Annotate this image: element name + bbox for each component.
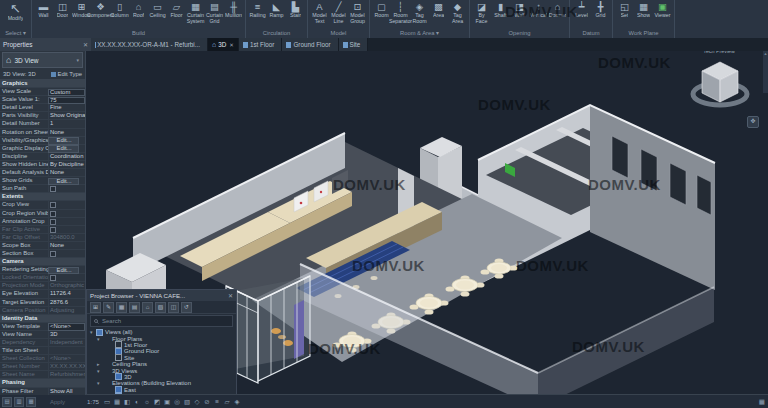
- property-row[interactable]: Graphics: [0, 80, 85, 88]
- room-separator-button[interactable]: ┆ Room Separator: [391, 1, 410, 24]
- property-row[interactable]: Title on Sheet: [0, 347, 85, 355]
- property-value[interactable]: <None>: [48, 355, 85, 362]
- model-line-button[interactable]: ╱ Model Line: [329, 1, 348, 24]
- view-tab[interactable]: ⌂ 3D ✕: [208, 38, 239, 51]
- property-row[interactable]: Sheet Name Refurbishment: [0, 371, 85, 379]
- property-value[interactable]: 11726.4: [48, 290, 85, 297]
- view-control-icon[interactable]: ◎: [173, 398, 181, 406]
- view-control-icon[interactable]: ◩: [153, 398, 161, 406]
- property-row[interactable]: Show Grids Edit...: [0, 177, 85, 185]
- property-row[interactable]: Projection Mode Orthographic: [0, 282, 85, 290]
- tree-expand-icon[interactable]: ▾: [97, 368, 103, 374]
- view-control-icon[interactable]: ◇: [193, 398, 201, 406]
- close-icon[interactable]: ✕: [229, 42, 234, 48]
- property-value[interactable]: 75: [48, 97, 85, 105]
- railing-button[interactable]: ≡ Railing: [248, 1, 267, 19]
- view-control-icon[interactable]: ▣: [163, 398, 171, 406]
- model-text-button[interactable]: A Model Text: [310, 1, 329, 24]
- palette-toggle-icon[interactable]: ▥: [14, 397, 24, 407]
- palette-toggle-icon[interactable]: ▦: [26, 397, 36, 407]
- property-row[interactable]: Camera: [0, 258, 85, 266]
- property-row[interactable]: Identity Data: [0, 315, 85, 323]
- level-button[interactable]: ┷ Level: [572, 1, 591, 19]
- property-row[interactable]: Visibility/Graphics O... Edit...: [0, 137, 85, 145]
- view-tab[interactable]: Ground Floor: [282, 38, 338, 51]
- property-value[interactable]: Edit...: [48, 137, 79, 145]
- navigation-bar-icon[interactable]: ✥: [747, 116, 759, 128]
- view-control-icon[interactable]: ≡: [213, 398, 221, 406]
- shaft-button[interactable]: ▮ Shaft: [491, 1, 510, 19]
- show-work-plane-button[interactable]: ▦ Show: [634, 1, 653, 19]
- mullion-button[interactable]: ╫ Mullion: [224, 1, 243, 19]
- property-value[interactable]: [48, 201, 85, 208]
- ramp-button[interactable]: ◣ Ramp: [267, 1, 286, 19]
- close-icon[interactable]: ✕: [83, 41, 88, 48]
- panel-label-room-area[interactable]: Room & Area ▾: [372, 29, 467, 38]
- property-row[interactable]: Far Clip Offset 304800.0: [0, 234, 85, 242]
- property-value[interactable]: [48, 185, 85, 192]
- property-row[interactable]: View Scale Custom: [0, 88, 85, 96]
- property-row[interactable]: Extents: [0, 193, 85, 201]
- property-value[interactable]: <None>: [48, 323, 85, 331]
- property-value[interactable]: [48, 347, 85, 354]
- browser-tool-icon[interactable]: ✎: [103, 302, 114, 313]
- property-row[interactable]: Rendering Settings Edit...: [0, 266, 85, 274]
- property-value[interactable]: Custom: [48, 89, 85, 97]
- property-row[interactable]: Show Hidden Lines By Discipline: [0, 161, 85, 169]
- panel-label-select[interactable]: Select ▾: [2, 29, 29, 38]
- property-row[interactable]: Sun Path: [0, 185, 85, 193]
- property-row[interactable]: Annotation Crop: [0, 218, 85, 226]
- chevron-down-icon[interactable]: ▾: [76, 57, 79, 63]
- property-value[interactable]: [48, 226, 85, 233]
- viewport-scrollbar[interactable]: ▲: [763, 51, 768, 93]
- property-row[interactable]: Rotation on Sheet None: [0, 129, 85, 137]
- property-value[interactable]: Show Original: [48, 112, 85, 119]
- palette-toggle-icon[interactable]: ▤: [2, 397, 12, 407]
- property-value[interactable]: None: [48, 169, 85, 176]
- edit-type-button[interactable]: Edit Type: [51, 71, 82, 77]
- area-button[interactable]: ▩ Area: [429, 1, 448, 19]
- property-row[interactable]: View Name 3D: [0, 331, 85, 339]
- browser-tool-icon[interactable]: ▤: [129, 302, 140, 313]
- view-cube[interactable]: [688, 56, 752, 120]
- column-button[interactable]: ▯ Column: [110, 1, 129, 19]
- ceiling-button[interactable]: ▭ Ceiling: [148, 1, 167, 19]
- tag-room-button[interactable]: ◈ Tag Room: [410, 1, 429, 24]
- properties-palette-header[interactable]: Properties ✕: [0, 38, 91, 51]
- property-value[interactable]: None: [48, 129, 85, 136]
- instance-label[interactable]: 3D View: 3D: [3, 71, 36, 77]
- project-browser-header[interactable]: Project Browser - VIENNA CAFE... ✕: [87, 290, 236, 301]
- view-scale-control[interactable]: 1:75: [87, 398, 99, 405]
- property-value[interactable]: None: [48, 242, 85, 249]
- property-row[interactable]: Scale Value 1: 75: [0, 96, 85, 104]
- property-value[interactable]: Edit...: [48, 145, 79, 153]
- property-row[interactable]: Phase Filter Show All: [0, 388, 85, 395]
- property-value[interactable]: Show All: [48, 388, 85, 395]
- property-value[interactable]: 1: [48, 120, 85, 127]
- view-control-icon[interactable]: ⊘: [203, 398, 211, 406]
- apply-button[interactable]: Apply: [50, 399, 65, 405]
- wall-opening-button[interactable]: ◨ Wall: [510, 1, 529, 19]
- selection-filter-icon[interactable]: ▦: [759, 398, 765, 406]
- property-value[interactable]: 3D: [48, 331, 85, 338]
- view-tab[interactable]: XX.XX.XX.XXX-OR-A-M1 - Refurbi...: [91, 38, 208, 51]
- component-button[interactable]: ❖ Component: [91, 1, 110, 19]
- by-face-button[interactable]: ◪ By Face: [472, 1, 491, 24]
- view-control-icon[interactable]: ▦: [113, 398, 121, 406]
- view-control-icon[interactable]: ◈: [233, 398, 241, 406]
- property-value[interactable]: Fine: [48, 104, 85, 111]
- browser-tool-icon[interactable]: ◫: [168, 302, 179, 313]
- dormer-button[interactable]: ⌂ Dormer: [548, 1, 567, 19]
- view-tab[interactable]: Site: [339, 38, 369, 51]
- property-row[interactable]: Crop Region Visible: [0, 210, 85, 218]
- browser-tool-icon[interactable]: ↺: [181, 302, 192, 313]
- property-row[interactable]: Scope Box None: [0, 242, 85, 250]
- view-control-icon[interactable]: ◧: [123, 398, 131, 406]
- property-row[interactable]: Detail Number 1: [0, 120, 85, 128]
- grid-button[interactable]: ╋ Grid: [591, 1, 610, 19]
- property-value[interactable]: [48, 210, 85, 217]
- property-value[interactable]: Edit...: [48, 267, 79, 275]
- tree-expand-icon[interactable]: ▾: [97, 380, 103, 386]
- browser-tool-icon[interactable]: ▧: [155, 302, 166, 313]
- property-row[interactable]: Camera Position Adjusting: [0, 307, 85, 315]
